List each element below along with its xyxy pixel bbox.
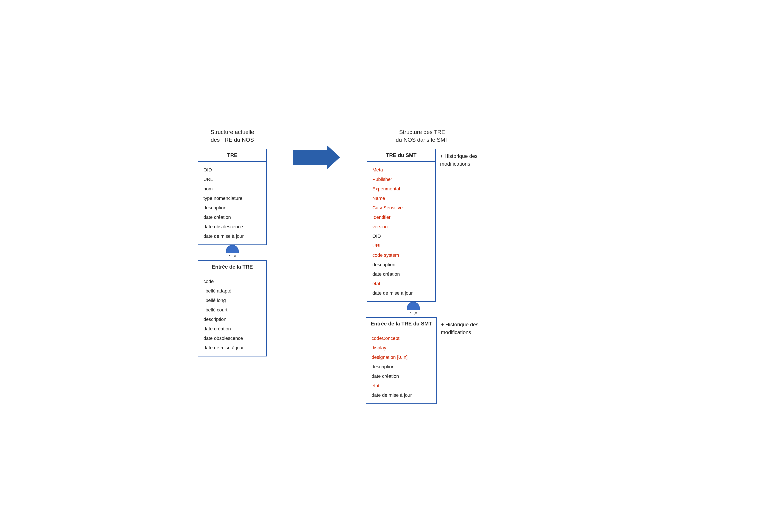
field-url: URL bbox=[203, 175, 261, 184]
field-oid: OID bbox=[203, 165, 261, 175]
right-title-line1: Structure des TRE bbox=[399, 129, 445, 135]
field-display: display bbox=[371, 343, 431, 353]
tre-smt-body: MetaPublisherExperimentalNameCaseSensiti… bbox=[367, 162, 435, 301]
field-date-création: date création bbox=[372, 269, 430, 279]
arch-shape-left bbox=[226, 245, 239, 253]
arrow-body bbox=[293, 150, 327, 165]
field-description: description bbox=[203, 315, 261, 324]
right-bottom-row: Entrée de la TRE du SMT codeConceptdispl… bbox=[366, 317, 478, 404]
field-date-de-mise-à-jour: date de mise à jour bbox=[203, 232, 261, 241]
field-url: URL bbox=[372, 241, 430, 250]
field-libellé-adapté: libellé adapté bbox=[203, 286, 261, 296]
field-oid: OID bbox=[372, 232, 430, 241]
right-section: Structure des TRE du NOS dans le SMT TRE… bbox=[366, 128, 478, 404]
field-name: Name bbox=[372, 194, 430, 203]
tre-body: OIDURLnomtype nomenclaturedescriptiondat… bbox=[198, 162, 267, 244]
arrow-head bbox=[327, 145, 340, 169]
side-note-top: + Historique des modifications bbox=[440, 149, 478, 168]
field-code-system: code system bbox=[372, 250, 430, 260]
field-nom: nom bbox=[203, 184, 261, 194]
field-libellé-court: libellé court bbox=[203, 305, 261, 315]
left-section: Structure actuelle des TRE du NOS TRE OI… bbox=[198, 128, 267, 357]
multiplicity-left: 1..* bbox=[229, 254, 236, 260]
entree-tre-body: codelibellé adaptélibellé longlibellé co… bbox=[198, 273, 267, 356]
field-etat: etat bbox=[372, 279, 430, 289]
field-date-de-mise-à-jour: date de mise à jour bbox=[371, 390, 431, 400]
entree-tre-smt-header: Entrée de la TRE du SMT bbox=[366, 318, 436, 330]
field-type-nomenclature: type nomenclature bbox=[203, 194, 261, 203]
arrow-wrap bbox=[293, 128, 340, 169]
arch-shape-right bbox=[407, 302, 420, 310]
field-date-de-mise-à-jour: date de mise à jour bbox=[203, 343, 261, 353]
field-date-obsolescence: date obsolescence bbox=[203, 334, 261, 343]
field-description: description bbox=[203, 203, 261, 213]
field-date-création: date création bbox=[371, 371, 431, 381]
side-note-top-line2: modifications bbox=[440, 161, 470, 167]
left-connector: 1..* bbox=[226, 245, 239, 260]
side-note-top-line1: + Historique des bbox=[440, 153, 478, 159]
field-publisher: Publisher bbox=[372, 175, 430, 184]
right-connector: 1..* bbox=[407, 302, 420, 317]
field-casesensitive: CaseSensitive bbox=[372, 203, 430, 213]
entree-tre-smt-body: codeConceptdisplaydesignation [0..n]desc… bbox=[366, 330, 436, 403]
entree-tre-smt-box: Entrée de la TRE du SMT codeConceptdispl… bbox=[366, 317, 437, 404]
multiplicity-right: 1..* bbox=[410, 311, 417, 316]
field-code: code bbox=[203, 277, 261, 286]
tre-box: TRE OIDURLnomtype nomenclaturedescriptio… bbox=[198, 149, 267, 245]
side-note-bottom-line1: + Historique des bbox=[441, 322, 478, 327]
field-date-création: date création bbox=[203, 324, 261, 334]
field-date-création: date création bbox=[203, 213, 261, 222]
left-title-line1: Structure actuelle bbox=[210, 129, 254, 135]
field-libellé-long: libellé long bbox=[203, 296, 261, 305]
side-note-bottom: + Historique des modifications bbox=[441, 317, 478, 336]
field-meta: Meta bbox=[372, 165, 430, 175]
field-date-de-mise-à-jour: date de mise à jour bbox=[372, 289, 430, 298]
entree-tre-header: Entrée de la TRE bbox=[198, 261, 267, 273]
tre-smt-header: TRE du SMT bbox=[367, 149, 435, 162]
field-description: description bbox=[371, 362, 431, 371]
field-designation-[0..n]: designation [0..n] bbox=[371, 353, 431, 362]
right-title-line2: du NOS dans le SMT bbox=[396, 137, 449, 143]
right-top-row: TRE du SMT MetaPublisherExperimentalName… bbox=[367, 149, 478, 302]
field-identifier: Identifier bbox=[372, 213, 430, 222]
entree-tre-box: Entrée de la TRE codelibellé adaptélibel… bbox=[198, 260, 267, 357]
left-boxes: TRE OIDURLnomtype nomenclaturedescriptio… bbox=[198, 149, 267, 357]
side-note-bottom-line2: modifications bbox=[441, 329, 471, 335]
field-codeconcept: codeConcept bbox=[371, 334, 431, 343]
left-title: Structure actuelle des TRE du NOS bbox=[210, 128, 254, 144]
field-experimental: Experimental bbox=[372, 184, 430, 194]
field-description: description bbox=[372, 260, 430, 269]
tre-header: TRE bbox=[198, 149, 267, 162]
field-date-obsolescence: date obsolescence bbox=[203, 222, 261, 232]
right-title: Structure des TRE du NOS dans le SMT bbox=[396, 128, 449, 144]
tre-smt-box: TRE du SMT MetaPublisherExperimentalName… bbox=[367, 149, 436, 302]
field-etat: etat bbox=[371, 381, 431, 390]
page-container: Structure actuelle des TRE du NOS TRE OI… bbox=[198, 128, 564, 404]
left-title-line2: des TRE du NOS bbox=[211, 137, 254, 143]
field-version: version bbox=[372, 222, 430, 232]
